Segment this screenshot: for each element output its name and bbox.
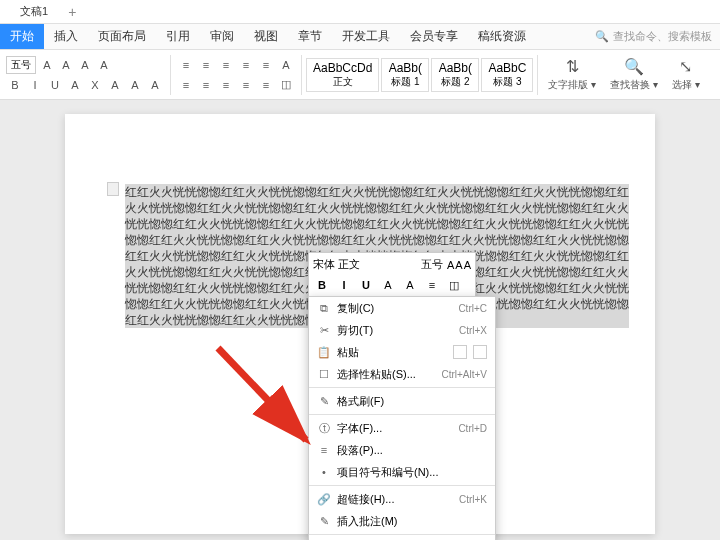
font-style-icon-6[interactable]: A [126,76,144,94]
para-top-icon-0[interactable]: ≡ [177,56,195,74]
paste-option-icon[interactable] [453,345,467,359]
ctx-item-12[interactable]: ✎插入批注(M) [309,510,495,532]
ctx-item-2[interactable]: 📋粘贴 [309,341,495,363]
font-size-select[interactable]: 五号 [6,56,36,74]
menu-tab-7[interactable]: 开发工具 [332,24,400,49]
menu-tab-1[interactable]: 插入 [44,24,88,49]
style-2[interactable]: AaBb(标题 2 [431,58,479,92]
para-bot-icon-4[interactable]: ≡ [257,76,275,94]
font-style-icon-5[interactable]: A [106,76,124,94]
ctx-icon: ☐ [315,368,333,381]
mini-font-size[interactable]: 五号 [421,257,443,272]
font-style-icon-4[interactable]: X [86,76,104,94]
para-top-icon-2[interactable]: ≡ [217,56,235,74]
menu-tab-0[interactable]: 开始 [0,24,44,49]
ctx-item-7[interactable]: ⓣ字体(F)...Ctrl+D [309,417,495,439]
ctx-icon: • [315,466,333,478]
paste-option-icon[interactable] [473,345,487,359]
format-icon-3[interactable]: A [95,56,113,74]
ribbon-right-icon: 🔍 [624,57,644,76]
menu-tab-2[interactable]: 页面布局 [88,24,156,49]
menu-tab-8[interactable]: 会员专享 [400,24,468,49]
font-style-icon-3[interactable]: A [66,76,84,94]
ctx-icon: 🔗 [315,493,333,506]
menu-tab-3[interactable]: 引用 [156,24,200,49]
ribbon-right-2[interactable]: ⤡选择 ▾ [666,57,706,92]
menu-separator [309,414,495,415]
menu-tab-6[interactable]: 章节 [288,24,332,49]
para-bot-icon-1[interactable]: ≡ [197,76,215,94]
para-top-icon-1[interactable]: ≡ [197,56,215,74]
search-icon: 🔍 [595,30,609,43]
mini-r2-icon-3[interactable]: A [379,276,397,294]
menu-tab-9[interactable]: 稿纸资源 [468,24,536,49]
ctx-icon: ✂ [315,324,333,337]
ctx-icon: ⧉ [315,302,333,315]
title-bar: 文稿1 + [0,0,720,24]
para-top-icon-4[interactable]: ≡ [257,56,275,74]
ribbon-right-0[interactable]: ⇅文字排版 ▾ [542,57,602,92]
menu-separator [309,387,495,388]
mini-toolbar: 宋体 正文 五号 AAA BIUAA≡◫ [308,252,476,299]
mini-r2-icon-5[interactable]: ≡ [423,276,441,294]
new-tab-button[interactable]: + [68,4,76,20]
para-bot-icon-2[interactable]: ≡ [217,76,235,94]
para-top-icon-5[interactable]: A [277,56,295,74]
ctx-item-9[interactable]: •项目符号和编号(N)... [309,461,495,483]
mini-r1-icon-2[interactable]: A [464,259,471,271]
ctx-item-1[interactable]: ✂剪切(T)Ctrl+X [309,319,495,341]
format-icon-2[interactable]: A [76,56,94,74]
menu-tab-5[interactable]: 视图 [244,24,288,49]
mini-r2-icon-0[interactable]: B [313,276,331,294]
menu-tab-4[interactable]: 审阅 [200,24,244,49]
menu-separator [309,485,495,486]
ctx-item-0[interactable]: ⧉复制(C)Ctrl+C [309,297,495,319]
style-0[interactable]: AaBbCcDd正文 [306,58,379,92]
ctx-icon: 📋 [315,346,333,359]
ribbon: 五号 AAAA BIUAXAAA ≡≡≡≡≡A ≡≡≡≡≡◫ AaBbCcDd正… [0,50,720,100]
ctx-item-11[interactable]: 🔗超链接(H)...Ctrl+K [309,488,495,510]
format-icon-0[interactable]: A [38,56,56,74]
ribbon-right-icon: ⤡ [679,57,692,76]
mini-r1-icon-1[interactable]: A [455,259,462,271]
command-search[interactable]: 🔍查找命令、搜索模板 [587,24,720,49]
style-1[interactable]: AaBb(标题 1 [381,58,429,92]
font-style-icon-7[interactable]: A [146,76,164,94]
mini-r2-icon-2[interactable]: U [357,276,375,294]
mini-r2-icon-6[interactable]: ◫ [445,276,463,294]
doc-tab[interactable]: 文稿1 [8,0,60,23]
ctx-icon: ✎ [315,515,333,528]
paragraph-marker-icon [107,182,119,196]
ribbon-right-icon: ⇅ [566,57,579,76]
ctx-icon: ≡ [315,444,333,456]
ctx-icon: ⓣ [315,421,333,436]
menu-bar: 开始插入页面布局引用审阅视图章节开发工具会员专享稿纸资源🔍查找命令、搜索模板 [0,24,720,50]
menu-separator [309,534,495,535]
font-style-icon-1[interactable]: I [26,76,44,94]
ribbon-right-1[interactable]: 🔍查找替换 ▾ [604,57,664,92]
font-style-icon-0[interactable]: B [6,76,24,94]
para-bot-icon-3[interactable]: ≡ [237,76,255,94]
mini-r2-icon-1[interactable]: I [335,276,353,294]
ctx-item-3[interactable]: ☐选择性粘贴(S)...Ctrl+Alt+V [309,363,495,385]
mini-r2-icon-4[interactable]: A [401,276,419,294]
ctx-icon: ✎ [315,395,333,408]
para-top-icon-3[interactable]: ≡ [237,56,255,74]
context-menu: ⧉复制(C)Ctrl+C✂剪切(T)Ctrl+X📋粘贴☐选择性粘贴(S)...C… [308,296,496,540]
ctx-item-5[interactable]: ✎格式刷(F) [309,390,495,412]
format-icon-1[interactable]: A [57,56,75,74]
para-bot-icon-0[interactable]: ≡ [177,76,195,94]
mini-font-name[interactable]: 宋体 正文 [313,257,417,272]
mini-r1-icon-0[interactable]: A [447,259,454,271]
font-style-icon-2[interactable]: U [46,76,64,94]
para-bot-icon-5[interactable]: ◫ [277,76,295,94]
style-3[interactable]: AaBbC标题 3 [481,58,533,92]
ctx-item-8[interactable]: ≡段落(P)... [309,439,495,461]
